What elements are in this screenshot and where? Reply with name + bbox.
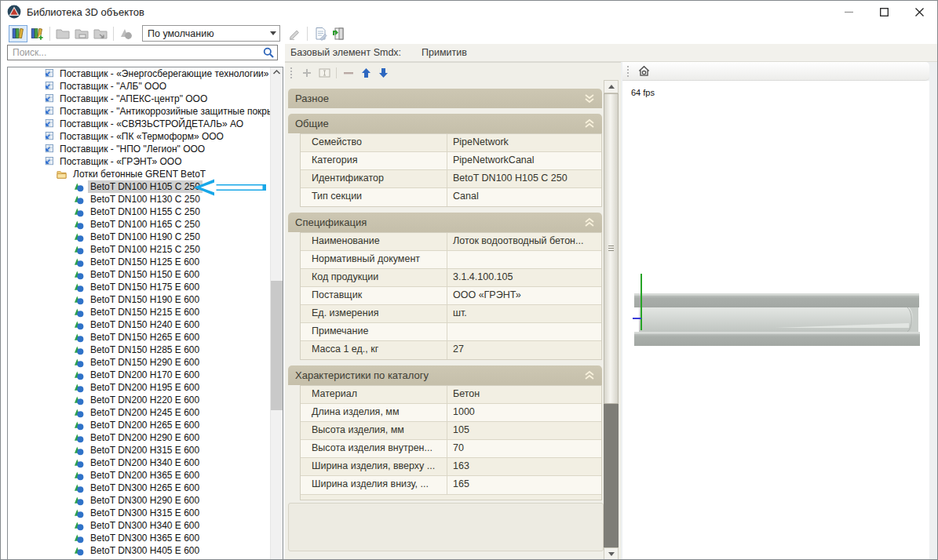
- tree-item-object[interactable]: BetoT DN200 H170 E 600: [8, 369, 283, 381]
- section-header[interactable]: Разное: [288, 89, 602, 108]
- tree-item-label: BetoT DN200 H220 E 600: [88, 394, 202, 406]
- tree-item-object[interactable]: BetoT DN150 H125 E 600: [8, 256, 283, 268]
- tree-item-object[interactable]: BetoT DN200 H315 E 600: [8, 444, 283, 456]
- supplier-icon: [43, 157, 53, 167]
- tree-item-object[interactable]: BetoT DN300 H405 E 600: [8, 544, 283, 557]
- tree-item-label: Поставщик - «ПК «Термоформ» ООО: [57, 130, 226, 143]
- property-value: 105: [447, 422, 601, 439]
- tree-item-label: Поставщик - "НПО "Легион" ООО: [57, 143, 207, 155]
- toolbar-grip[interactable]: [627, 66, 630, 77]
- tree-item-supplier[interactable]: Поставщик - "АЛБ" ООО: [8, 80, 283, 93]
- supplier-icon: [43, 119, 53, 129]
- tree-item-object[interactable]: BetoT DN200 H195 E 600: [8, 381, 283, 394]
- tree-item-object[interactable]: BetoT DN150 H175 E 600: [8, 281, 283, 293]
- tree-item-supplier[interactable]: Поставщик - "Антикоррозийные защитные по…: [8, 105, 283, 118]
- scroll-up-button[interactable]: [604, 80, 619, 93]
- move-folder-button[interactable]: [91, 25, 110, 42]
- move-up-button[interactable]: [357, 65, 374, 81]
- property-row: Ширина изделия внизу, ... 165: [301, 476, 601, 494]
- properties-scrollbar[interactable]: [604, 80, 619, 560]
- tree-item-label: BetoT DN200 H365 E 600: [88, 469, 202, 482]
- remove-property-button[interactable]: [340, 65, 357, 81]
- property-value: Бетон: [447, 386, 601, 403]
- tree-item-label: BetoT DN150 H175 E 600: [88, 281, 202, 293]
- tree-item-object[interactable]: BetoT DN300 H315 E 600: [8, 507, 283, 519]
- tree-item-object[interactable]: BetoT DN150 H240 E 600: [8, 318, 283, 331]
- edit-document-button[interactable]: [311, 25, 330, 42]
- search-icon[interactable]: [260, 45, 277, 60]
- tree-item-object[interactable]: BetoT DN200 H365 E 600: [8, 469, 283, 482]
- properties-panel: Разное Общие Семейс: [285, 62, 621, 560]
- tree-item-object[interactable]: BetoT DN150 H215 E 600: [8, 306, 283, 318]
- section-header[interactable]: Общие: [288, 114, 602, 133]
- tree-item-supplier[interactable]: Поставщик - "НПО "Легион" ООО: [8, 143, 283, 155]
- tree-item-supplier[interactable]: Поставщик - «ГРЭНТ» ООО: [8, 155, 283, 168]
- tree-item-supplier[interactable]: Поставщик - «СВЯЗЬСТРОЙДЕТАЛЬ» АО: [8, 118, 283, 130]
- library-button[interactable]: [9, 25, 27, 42]
- tree-item-object[interactable]: BetoT DN100 H130 C 250: [8, 193, 283, 205]
- tree-item-object[interactable]: BetoT DN150 H190 E 600: [8, 293, 283, 306]
- tree-item-label: BetoT DN100 H105 C 250: [88, 180, 203, 193]
- viewport-3d[interactable]: 64 fps: [622, 81, 929, 560]
- scroll-up-icon[interactable]: [271, 70, 283, 75]
- tree-item-object[interactable]: BetoT DN150 H265 E 600: [8, 331, 283, 344]
- property-value: 27: [447, 341, 601, 359]
- section-header[interactable]: Характеристики по каталогу: [288, 365, 602, 385]
- tree-item-supplier[interactable]: Поставщик - "АПЕКС-центр" ООО: [8, 93, 283, 105]
- move-down-button[interactable]: [374, 65, 392, 81]
- scroll-down-button[interactable]: [604, 547, 619, 560]
- new-folder-button[interactable]: [53, 25, 72, 42]
- tree-item-object[interactable]: BetoT DN200 H340 E 600: [8, 456, 283, 469]
- tree-scrollbar[interactable]: [270, 67, 283, 560]
- property-grid: Разное Общие Семейс: [288, 89, 602, 506]
- titlebar: Библиотека 3D объектов: [1, 1, 937, 23]
- rename-folder-button[interactable]: [72, 25, 91, 42]
- tree-item-object[interactable]: BetoT DN150 H290 E 600: [8, 356, 283, 369]
- toolbar-grip[interactable]: [290, 67, 294, 78]
- tree-item-object[interactable]: BetoT DN100 H190 C 250: [8, 231, 283, 243]
- tree-scrollbar-thumb[interactable]: [271, 281, 283, 410]
- tree-item-object[interactable]: BetoT DN300 H290 E 600: [8, 494, 283, 507]
- tree-item-object[interactable]: BetoT DN150 H285 E 600: [8, 344, 283, 356]
- tree-item-object[interactable]: BetoT DN200 H245 E 600: [8, 406, 283, 419]
- profile-select[interactable]: По умолчанию: [142, 25, 280, 42]
- tree-item-object[interactable]: BetoT DN100 H165 C 250: [8, 218, 283, 231]
- tree-item-object[interactable]: BetoT DN300 H340 E 600: [8, 519, 283, 532]
- tree-item-label: BetoT DN150 H290 E 600: [88, 356, 202, 369]
- search-box: [7, 45, 278, 60]
- tree-item-object[interactable]: BetoT DN150 H150 E 600: [8, 268, 283, 281]
- scrollbar-track[interactable]: [604, 404, 619, 547]
- home-view-button[interactable]: [635, 64, 652, 79]
- tree-item-object[interactable]: BetoT DN200 H220 E 600: [8, 394, 283, 406]
- tree-item-object[interactable]: BetoT DN200 H265 E 600: [8, 419, 283, 431]
- tree-item-supplier[interactable]: Поставщик - «Энергосберегающие технологи…: [8, 67, 283, 80]
- sub-header-row: Базовый элемент Smdx: Примитив: [1, 44, 937, 62]
- section-header[interactable]: Спецификация: [288, 213, 602, 232]
- chevron-double-up-icon: [584, 217, 595, 227]
- import-object-button[interactable]: [330, 25, 349, 42]
- rename-property-button[interactable]: [316, 65, 333, 81]
- supplier-icon: [43, 94, 53, 104]
- close-button[interactable]: [902, 1, 937, 23]
- maximize-button[interactable]: [867, 1, 902, 23]
- search-input[interactable]: [8, 47, 260, 58]
- toolbar-separator: [307, 27, 308, 41]
- scrollbar-thumb[interactable]: [604, 93, 619, 404]
- tree-item-object[interactable]: BetoT DN100 H215 C 250: [8, 243, 283, 256]
- tree-item-object[interactable]: BetoT DN300 H265 E 600: [8, 482, 283, 494]
- tree-item-object[interactable]: BetoT DN100 H105 C 250: [8, 180, 283, 193]
- minimize-button[interactable]: [831, 1, 867, 23]
- object-list: BetoT DN100 H105 C 250 BetoT DN100 H130 …: [8, 180, 283, 560]
- tree-item-object[interactable]: BetoT DN200 H290 E 600: [8, 431, 283, 444]
- property-value: PipeNetworkCanal: [447, 152, 601, 169]
- add-property-button[interactable]: [298, 65, 316, 81]
- tree-item-folder[interactable]: Лотки бетонные GRENT BetoT: [8, 168, 283, 180]
- main-toolbar: По умолчанию: [1, 23, 937, 44]
- add-library-button[interactable]: [27, 25, 46, 42]
- tree-item-supplier[interactable]: Поставщик - «ПК «Термоформ» ООО: [8, 130, 283, 143]
- tree-item-object[interactable]: BetoT DN100 H155 C 250: [8, 205, 283, 218]
- new-object-button[interactable]: [117, 25, 136, 42]
- tree-item-object[interactable]: BetoT DN300 H430 E 600: [8, 557, 283, 560]
- tree-item-object[interactable]: BetoT DN300 H365 E 600: [8, 532, 283, 544]
- edit-element-button[interactable]: [285, 25, 304, 42]
